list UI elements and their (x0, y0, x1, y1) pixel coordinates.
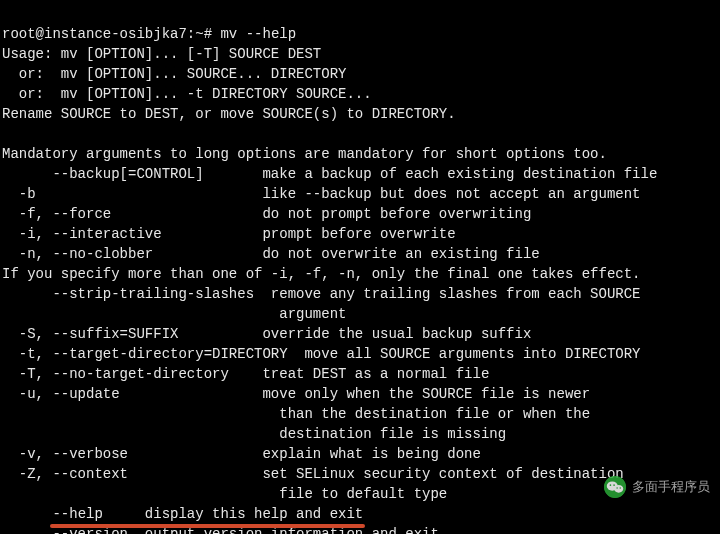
option-verbose: -v, --verbose explain what is being done (2, 446, 481, 462)
usage-desc: Rename SOURCE to DEST, or move SOURCE(s)… (2, 106, 456, 122)
shell-prompt[interactable]: root@instance-osibjka7:~# mv --help (2, 26, 296, 42)
option-force: -f, --force do not prompt before overwri… (2, 206, 531, 222)
svg-point-4 (613, 484, 615, 486)
option-suffix: -S, --suffix=SUFFIX override the usual b… (2, 326, 531, 342)
wechat-icon (604, 476, 626, 498)
mandatory-note: Mandatory arguments to long options are … (2, 146, 607, 162)
highlighted-help-option: --help display this help and exit (52, 504, 363, 524)
option-interactive: -i, --interactive prompt before overwrit… (2, 226, 456, 242)
svg-point-5 (616, 487, 617, 488)
prompt-symbol: # (204, 26, 212, 42)
usage-line-3: or: mv [OPTION]... -t DIRECTORY SOURCE..… (2, 86, 372, 102)
option-context-1: -Z, --context set SELinux security conte… (2, 466, 624, 482)
watermark: 多面手程序员 (604, 476, 710, 498)
prompt-cwd: ~ (195, 26, 203, 42)
option-context-2: file to default type (2, 486, 447, 502)
usage-line-2: or: mv [OPTION]... SOURCE... DIRECTORY (2, 66, 346, 82)
option-target-dir: -t, --target-directory=DIRECTORY move al… (2, 346, 641, 362)
option-no-target: -T, --no-target-directory treat DEST as … (2, 366, 489, 382)
option-strip-1: --strip-trailing-slashes remove any trai… (2, 286, 641, 302)
red-underline-annotation (50, 524, 365, 528)
option-no-clobber: -n, --no-clobber do not overwrite an exi… (2, 246, 540, 262)
option-update-3: destination file is missing (2, 426, 506, 442)
usage-line-1: Usage: mv [OPTION]... [-T] SOURCE DEST (2, 46, 321, 62)
terminal-output: root@instance-osibjka7:~# mv --help Usag… (0, 0, 720, 534)
option-update-2: than the destination file or when the (2, 406, 590, 422)
watermark-text: 多面手程序员 (632, 477, 710, 497)
option-backup: --backup[=CONTROL] make a backup of each… (2, 166, 657, 182)
option-strip-2: argument (2, 306, 346, 322)
option-update-1: -u, --update move only when the SOURCE f… (2, 386, 590, 402)
option-b: -b like --backup but does not accept an … (2, 186, 641, 202)
prompt-command: mv --help (220, 26, 296, 42)
svg-point-3 (610, 484, 612, 486)
option-help-line: --help display this help and exit (2, 506, 363, 522)
svg-point-6 (619, 487, 620, 488)
prompt-user-host: root@instance-osibjka7 (2, 26, 187, 42)
specify-note: If you specify more than one of -i, -f, … (2, 266, 641, 282)
svg-point-2 (614, 485, 623, 493)
